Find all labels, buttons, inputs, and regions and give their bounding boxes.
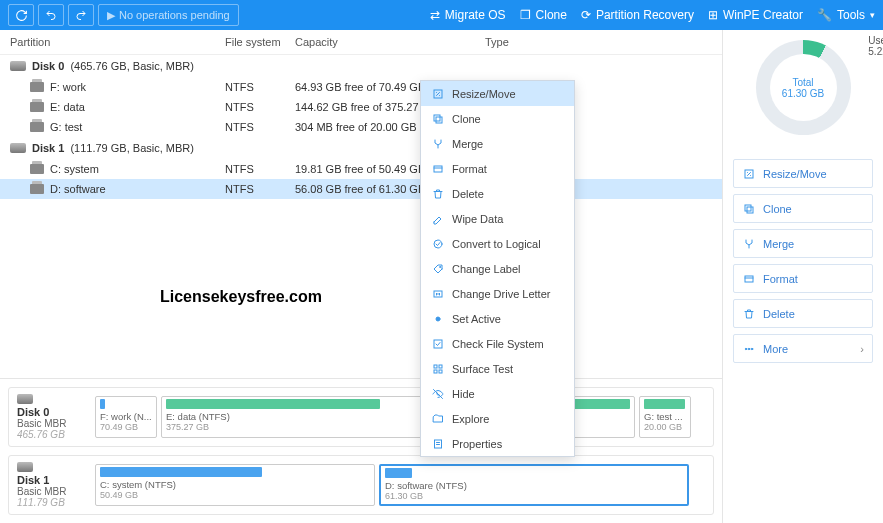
format-icon [742,272,755,285]
explore-icon [431,412,444,425]
action-resize[interactable]: Resize/Move [733,159,873,188]
action-label: More [763,343,788,355]
chevron-right-icon: › [860,343,864,355]
disk-map-row[interactable]: Disk 1Basic MBR111.79 GB C: system (NTFS… [8,455,714,515]
context-menu-item[interactable]: Check File System [421,331,574,356]
partition-bar-fill [166,399,380,409]
partition-bar[interactable]: G: test ... 20.00 GB [639,396,691,438]
action-format[interactable]: Format [733,264,873,293]
donut-chart: Total 61.30 GB [756,40,851,135]
disk-map-row[interactable]: Disk 0Basic MBR465.76 GB F: work (N... 7… [8,387,714,447]
context-menu-item[interactable]: Resize/Move [421,81,574,106]
col-type[interactable]: Type [485,36,712,48]
watermark-text: Licensekeysfree.com [160,288,322,306]
pending-operations-button[interactable]: ▶ No operations pending [98,4,239,26]
partition-bar-fill [100,467,262,477]
redo-button[interactable] [68,4,94,26]
context-menu-item[interactable]: Properties [421,431,574,456]
volume-icon [30,102,44,112]
partition-row[interactable]: E: dataNTFS144.62 GB free of 375.27 GB [0,97,722,117]
context-menu-item[interactable]: Hide [421,381,574,406]
svg-rect-17 [439,365,442,368]
context-menu-label: Wipe Data [452,213,503,225]
tools-label: Tools [837,8,865,22]
partition-bar[interactable]: F: work (N... 70.49 GB [95,396,157,438]
partition-bar-size: 50.49 GB [100,490,370,500]
partition-fs: NTFS [225,183,295,195]
action-label: Resize/Move [763,168,827,180]
partition-name: G: test [50,121,82,133]
partition-recovery-button[interactable]: ⟳Partition Recovery [581,8,694,22]
svg-point-12 [439,266,440,267]
action-label: Clone [763,203,792,215]
context-menu-item[interactable]: Set Active [421,306,574,331]
context-menu-item[interactable]: Format [421,156,574,181]
partition-row[interactable]: D: softwareNTFS56.08 GB free of 61.30 GB [0,179,722,199]
context-menu-item[interactable]: Surface Test [421,356,574,381]
partition-table: Disk 0 (465.76 GB, Basic, MBR)F: workNTF… [0,55,722,378]
bar-wrap: F: work (N... 70.49 GB E: data (NTFS) 37… [95,396,705,438]
partition-bar-label: D: software (NTFS) [385,480,683,491]
action-label: Delete [763,308,795,320]
disk-row[interactable]: Disk 0 (465.76 GB, Basic, MBR) [0,55,722,77]
refresh-button[interactable] [8,4,34,26]
action-clone[interactable]: Clone [733,194,873,223]
action-merge[interactable]: Merge [733,229,873,258]
check-icon [431,337,444,350]
donut-used-value: 5.22 GB [868,46,883,57]
partition-row[interactable]: G: testNTFS304 MB free of 20.00 GB [0,117,722,137]
context-menu-label: Hide [452,388,475,400]
context-menu[interactable]: Resize/MoveCloneMergeFormatDeleteWipe Da… [420,80,575,457]
context-menu-label: Set Active [452,313,501,325]
action-more[interactable]: More› [733,334,873,363]
toolbar-left-group: ▶ No operations pending [8,4,239,26]
partition-bar-label: C: system (NTFS) [100,479,370,490]
active-icon [431,312,444,325]
partition-bar-label: F: work (N... [100,411,152,422]
context-menu-item[interactable]: Convert to Logical [421,231,574,256]
format-icon [431,162,444,175]
svg-point-6 [751,348,753,350]
tools-button[interactable]: 🔧Tools▾ [817,8,875,22]
clone-label: Clone [536,8,567,22]
disk-map-area: Disk 0Basic MBR465.76 GB F: work (N... 7… [0,378,722,523]
col-filesystem[interactable]: File system [225,36,295,48]
svg-point-4 [745,348,747,350]
partition-row[interactable]: C: systemNTFS19.81 GB free of 50.49 GBAc… [0,159,722,179]
swap-icon: ⇄ [430,8,440,22]
action-label: Format [763,273,798,285]
partition-row[interactable]: F: workNTFS64.93 GB free of 70.49 GB [0,77,722,97]
context-menu-label: Change Label [452,263,521,275]
context-menu-item[interactable]: Merge [421,131,574,156]
wipe-icon [431,212,444,225]
disk-map-info: Disk 1Basic MBR111.79 GB [17,462,87,508]
winpe-creator-button[interactable]: ⊞WinPE Creator [708,8,803,22]
context-menu-item[interactable]: Change Drive Letter [421,281,574,306]
partition-bar[interactable]: C: system (NTFS) 50.49 GB [95,464,375,506]
svg-rect-3 [745,276,753,282]
migrate-os-button[interactable]: ⇄Migrate OS [430,8,506,22]
volume-icon [30,164,44,174]
col-capacity[interactable]: Capacity [295,36,485,48]
context-menu-item[interactable]: Wipe Data [421,206,574,231]
clone-button[interactable]: ❐Clone [520,8,567,22]
action-delete[interactable]: Delete [733,299,873,328]
context-menu-item[interactable]: Delete [421,181,574,206]
context-menu-item[interactable]: Explore [421,406,574,431]
svg-rect-8 [434,115,440,121]
usage-donut: Used 5.22 GB Total 61.30 GB [733,40,873,135]
svg-rect-15 [434,340,442,348]
context-menu-label: Check File System [452,338,544,350]
context-menu-label: Delete [452,188,484,200]
undo-button[interactable] [38,4,64,26]
col-partition[interactable]: Partition [10,36,225,48]
context-menu-item[interactable]: Clone [421,106,574,131]
svg-rect-10 [434,166,442,172]
svg-point-14 [436,317,440,321]
context-menu-item[interactable]: Change Label [421,256,574,281]
partition-bar-size: 20.00 GB [644,422,686,432]
context-menu-label: Clone [452,113,481,125]
disk-label: Disk 0 [32,60,64,72]
disk-row[interactable]: Disk 1 (111.79 GB, Basic, MBR) [0,137,722,159]
partition-bar[interactable]: D: software (NTFS) 61.30 GB [379,464,689,506]
